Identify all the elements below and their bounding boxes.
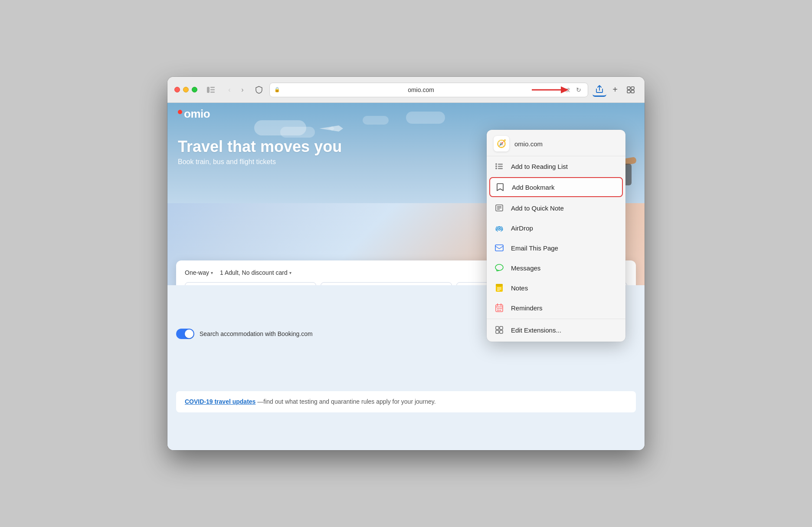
svg-rect-2 <box>210 89 215 90</box>
back-button[interactable]: ‹ <box>223 84 236 96</box>
nav-buttons: ‹ › <box>223 84 249 96</box>
dropdown-item-notes[interactable]: Notes <box>487 278 625 298</box>
bookmark-icon <box>494 181 506 193</box>
svg-rect-8 <box>631 87 634 89</box>
site-favicon: 🧭 <box>494 136 509 152</box>
svg-rect-1 <box>210 87 215 88</box>
traffic-lights <box>174 87 197 92</box>
accommodation-toggle[interactable] <box>176 329 194 339</box>
omio-name: omio <box>184 107 210 121</box>
sidebar-toggle-button[interactable] <box>204 85 217 95</box>
bookmark-label: Add Bookmark <box>512 184 554 191</box>
reminders-icon <box>494 302 505 313</box>
reminders-label: Reminders <box>511 304 543 312</box>
reading-list-label: Add to Reading List <box>511 163 568 170</box>
close-button[interactable] <box>174 87 180 92</box>
svg-marker-6 <box>561 86 569 93</box>
covid-body: —find out what testing and quarantine ru… <box>257 398 435 405</box>
extensions-label: Edit Extensions... <box>511 326 561 334</box>
svg-rect-56 <box>500 326 503 329</box>
refresh-button[interactable]: ↻ <box>574 85 583 95</box>
hero-text: Travel that moves you Book train, bus an… <box>178 138 342 166</box>
covid-notice: COVID-19 travel updates —find out what t… <box>176 391 636 412</box>
svg-rect-32 <box>498 166 503 167</box>
new-tab-button[interactable]: + <box>608 83 622 97</box>
svg-point-51 <box>498 308 499 310</box>
svg-rect-57 <box>496 330 499 333</box>
svg-rect-55 <box>496 326 499 329</box>
quick-note-icon <box>494 202 505 214</box>
accommodation-text: Search accommodation with Booking.com <box>200 330 313 337</box>
browser-content: omio Travel that moves you Book train, b… <box>167 103 645 450</box>
messages-label: Messages <box>511 264 540 272</box>
covid-link[interactable]: COVID-19 travel updates <box>185 398 255 405</box>
dropdown-item-airdrop[interactable]: AirDrop <box>487 218 625 238</box>
svg-rect-40 <box>495 245 503 251</box>
email-label: Email This Page <box>511 244 558 252</box>
extensions-icon <box>494 324 505 336</box>
dropdown-items: Add to Reading ListAdd BookmarkAdd to Qu… <box>487 156 625 340</box>
svg-rect-0 <box>207 87 210 93</box>
share-button[interactable] <box>593 83 606 97</box>
hero-title: Travel that moves you <box>178 138 342 155</box>
svg-point-41 <box>495 264 503 270</box>
titlebar: ‹ › 🔒 omio.com A文 ↻ <box>167 77 645 103</box>
omio-dot <box>178 110 182 114</box>
svg-point-28 <box>495 163 497 165</box>
compass-icon: 🧭 <box>497 139 506 148</box>
svg-rect-31 <box>498 164 503 165</box>
toggle-thumb <box>185 329 193 338</box>
dropdown-item-reminders[interactable]: Reminders <box>487 298 625 318</box>
browser-window: ‹ › 🔒 omio.com A文 ↻ <box>167 77 645 450</box>
svg-point-52 <box>498 310 499 311</box>
svg-rect-3 <box>210 92 215 93</box>
svg-point-30 <box>495 168 497 169</box>
forward-button[interactable]: › <box>236 84 249 96</box>
omio-logo: omio <box>178 107 210 121</box>
notes-icon <box>494 282 505 293</box>
passenger-button[interactable]: 1 Adult, No discount card ▾ <box>220 269 291 276</box>
svg-rect-43 <box>496 284 503 286</box>
dropdown-divider <box>487 319 625 319</box>
svg-rect-10 <box>631 90 634 93</box>
airdrop-icon <box>494 222 505 234</box>
dropdown-item-quick-note[interactable]: Add to Quick Note <box>487 198 625 218</box>
minimize-button[interactable] <box>183 87 189 92</box>
dropdown-item-messages[interactable]: Messages <box>487 258 625 278</box>
dropdown-header: 🧭 omio.com <box>487 130 625 156</box>
dropdown-item-extensions[interactable]: Edit Extensions... <box>487 320 625 340</box>
chevron-icon: ▾ <box>289 270 291 275</box>
svg-point-29 <box>495 165 497 167</box>
quick-note-label: Add to Quick Note <box>511 204 564 212</box>
hero-subtitle: Book train, bus and flight tickets <box>178 158 342 166</box>
dropdown-item-email[interactable]: Email This Page <box>487 238 625 258</box>
toolbar-right: + <box>593 83 638 97</box>
dropdown-item-reading-list[interactable]: Add to Reading List <box>487 156 625 176</box>
shield-button[interactable] <box>253 84 265 96</box>
address-text: omio.com <box>283 86 559 93</box>
svg-rect-33 <box>498 168 503 169</box>
svg-rect-58 <box>500 330 503 333</box>
lock-icon: 🔒 <box>274 87 280 92</box>
dropdown-item-bookmark[interactable]: Add Bookmark <box>489 177 623 197</box>
tabs-overview-button[interactable] <box>624 83 638 97</box>
one-way-button[interactable]: One-way ▾ <box>185 269 213 276</box>
reading-list-icon <box>494 161 505 172</box>
messages-icon <box>494 262 505 273</box>
svg-rect-9 <box>627 90 630 93</box>
arrow-indicator <box>530 83 569 99</box>
chevron-icon: ▾ <box>211 270 213 275</box>
email-icon <box>494 242 505 254</box>
airdrop-label: AirDrop <box>511 224 533 232</box>
notes-label: Notes <box>511 284 528 292</box>
fullscreen-button[interactable] <box>192 87 197 92</box>
svg-rect-7 <box>627 87 630 89</box>
share-dropdown: 🧭 omio.com Add to Reading ListAdd Bookma… <box>487 130 625 342</box>
svg-point-39 <box>498 227 500 229</box>
from-field[interactable]: ◎ From: City, S <box>185 282 316 285</box>
site-name: omio.com <box>514 140 543 148</box>
to-field[interactable]: 📍 To: City, Stat <box>321 282 452 285</box>
